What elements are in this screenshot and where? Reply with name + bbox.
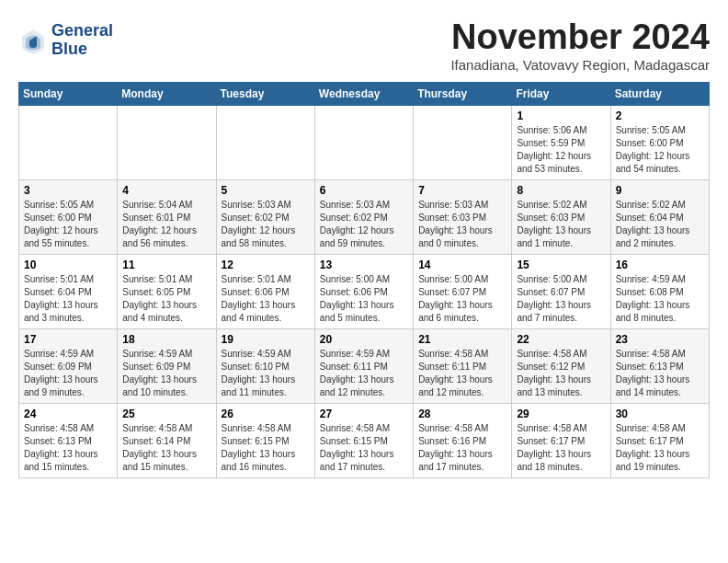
- calendar-week-row: 17Sunrise: 4:59 AM Sunset: 6:09 PM Dayli…: [19, 328, 710, 403]
- calendar-cell: 21Sunrise: 4:58 AM Sunset: 6:11 PM Dayli…: [414, 328, 512, 403]
- day-number: 9: [616, 184, 704, 197]
- calendar-cell: 8Sunrise: 5:02 AM Sunset: 6:03 PM Daylig…: [512, 179, 610, 254]
- calendar-cell: 9Sunrise: 5:02 AM Sunset: 6:04 PM Daylig…: [610, 179, 709, 254]
- calendar-cell: 24Sunrise: 4:58 AM Sunset: 6:13 PM Dayli…: [19, 403, 118, 477]
- day-number: 11: [122, 259, 210, 271]
- calendar-cell: 2Sunrise: 5:05 AM Sunset: 6:00 PM Daylig…: [610, 105, 709, 179]
- calendar-cell: 13Sunrise: 5:00 AM Sunset: 6:06 PM Dayli…: [314, 254, 413, 328]
- day-info: Sunrise: 5:03 AM Sunset: 6:02 PM Dayligh…: [320, 199, 408, 250]
- weekday-header: Wednesday: [314, 82, 413, 105]
- calendar-cell: 26Sunrise: 4:58 AM Sunset: 6:15 PM Dayli…: [216, 403, 314, 477]
- day-number: 1: [517, 109, 605, 122]
- day-number: 27: [320, 408, 408, 420]
- day-info: Sunrise: 4:59 AM Sunset: 6:09 PM Dayligh…: [122, 348, 210, 399]
- calendar-cell: 7Sunrise: 5:03 AM Sunset: 6:03 PM Daylig…: [414, 179, 512, 254]
- calendar-cell: 19Sunrise: 4:59 AM Sunset: 6:10 PM Dayli…: [216, 328, 314, 403]
- day-info: Sunrise: 5:00 AM Sunset: 6:07 PM Dayligh…: [418, 273, 506, 325]
- calendar-week-row: 3Sunrise: 5:05 AM Sunset: 6:00 PM Daylig…: [19, 179, 710, 254]
- day-info: Sunrise: 5:01 AM Sunset: 6:05 PM Dayligh…: [122, 273, 210, 325]
- day-number: 22: [517, 333, 605, 346]
- logo-line2: Blue: [51, 40, 113, 59]
- weekday-header: Friday: [512, 82, 610, 105]
- calendar-table: SundayMondayTuesdayWednesdayThursdayFrid…: [18, 82, 710, 478]
- day-info: Sunrise: 4:58 AM Sunset: 6:17 PM Dayligh…: [616, 422, 704, 474]
- day-info: Sunrise: 4:59 AM Sunset: 6:08 PM Dayligh…: [616, 273, 704, 325]
- day-info: Sunrise: 4:59 AM Sunset: 6:11 PM Dayligh…: [320, 348, 408, 399]
- day-number: 2: [616, 109, 704, 122]
- calendar-cell: 4Sunrise: 5:04 AM Sunset: 6:01 PM Daylig…: [118, 179, 216, 254]
- day-number: 20: [320, 333, 408, 346]
- calendar-cell: 15Sunrise: 5:00 AM Sunset: 6:07 PM Dayli…: [512, 254, 610, 328]
- calendar-week-row: 24Sunrise: 4:58 AM Sunset: 6:13 PM Dayli…: [19, 403, 710, 477]
- calendar-cell: [314, 105, 413, 179]
- day-info: Sunrise: 5:00 AM Sunset: 6:06 PM Dayligh…: [320, 273, 408, 325]
- calendar-cell: 22Sunrise: 4:58 AM Sunset: 6:12 PM Dayli…: [512, 328, 610, 403]
- day-info: Sunrise: 4:59 AM Sunset: 6:10 PM Dayligh…: [222, 348, 310, 399]
- day-info: Sunrise: 4:58 AM Sunset: 6:15 PM Dayligh…: [320, 422, 408, 474]
- calendar-cell: 30Sunrise: 4:58 AM Sunset: 6:17 PM Dayli…: [610, 403, 709, 477]
- calendar-cell: 5Sunrise: 5:03 AM Sunset: 6:02 PM Daylig…: [216, 179, 314, 254]
- calendar-week-row: 10Sunrise: 5:01 AM Sunset: 6:04 PM Dayli…: [19, 254, 710, 328]
- day-info: Sunrise: 4:58 AM Sunset: 6:15 PM Dayligh…: [222, 422, 310, 474]
- month-title: November 2024: [450, 18, 710, 57]
- day-info: Sunrise: 5:06 AM Sunset: 5:59 PM Dayligh…: [517, 124, 605, 176]
- day-number: 7: [418, 184, 506, 197]
- day-info: Sunrise: 4:58 AM Sunset: 6:17 PM Dayligh…: [517, 422, 605, 474]
- day-number: 23: [616, 333, 704, 346]
- day-info: Sunrise: 5:00 AM Sunset: 6:07 PM Dayligh…: [517, 273, 605, 325]
- day-number: 26: [222, 408, 310, 420]
- day-number: 30: [616, 408, 704, 420]
- day-info: Sunrise: 5:03 AM Sunset: 6:03 PM Dayligh…: [418, 199, 506, 250]
- header: General Blue November 2024 Ifanadiana, V…: [18, 18, 710, 73]
- calendar-cell: 18Sunrise: 4:59 AM Sunset: 6:09 PM Dayli…: [118, 328, 216, 403]
- calendar-cell: [414, 105, 512, 179]
- calendar-cell: 14Sunrise: 5:00 AM Sunset: 6:07 PM Dayli…: [414, 254, 512, 328]
- weekday-header: Saturday: [610, 82, 709, 105]
- location-subtitle: Ifanadiana, Vatovavy Region, Madagascar: [450, 57, 710, 73]
- day-number: 3: [24, 184, 112, 197]
- day-info: Sunrise: 4:58 AM Sunset: 6:16 PM Dayligh…: [418, 422, 506, 474]
- day-info: Sunrise: 4:59 AM Sunset: 6:09 PM Dayligh…: [24, 348, 112, 399]
- calendar-cell: 17Sunrise: 4:59 AM Sunset: 6:09 PM Dayli…: [19, 328, 118, 403]
- weekday-header: Thursday: [414, 82, 512, 105]
- day-number: 18: [122, 333, 210, 346]
- day-number: 25: [122, 408, 210, 420]
- day-info: Sunrise: 5:04 AM Sunset: 6:01 PM Dayligh…: [122, 199, 210, 250]
- day-number: 21: [418, 333, 506, 346]
- logo-line1: General: [51, 22, 113, 40]
- day-number: 5: [222, 184, 310, 197]
- day-info: Sunrise: 4:58 AM Sunset: 6:13 PM Dayligh…: [616, 348, 704, 399]
- weekday-header: Sunday: [19, 82, 118, 105]
- calendar-week-row: 1Sunrise: 5:06 AM Sunset: 5:59 PM Daylig…: [19, 105, 710, 179]
- weekday-header: Tuesday: [216, 82, 314, 105]
- logo-icon: [18, 26, 48, 55]
- logo: General Blue: [18, 22, 113, 59]
- day-number: 8: [517, 184, 605, 197]
- day-info: Sunrise: 4:58 AM Sunset: 6:14 PM Dayligh…: [122, 422, 210, 474]
- title-section: November 2024 Ifanadiana, Vatovavy Regio…: [450, 18, 710, 73]
- day-info: Sunrise: 4:58 AM Sunset: 6:12 PM Dayligh…: [517, 348, 605, 399]
- calendar-cell: [19, 105, 118, 179]
- day-info: Sunrise: 4:58 AM Sunset: 6:13 PM Dayligh…: [24, 422, 112, 474]
- day-number: 16: [616, 259, 704, 271]
- calendar-cell: 27Sunrise: 4:58 AM Sunset: 6:15 PM Dayli…: [314, 403, 413, 477]
- day-number: 17: [24, 333, 112, 346]
- calendar-cell: [118, 105, 216, 179]
- calendar-cell: 6Sunrise: 5:03 AM Sunset: 6:02 PM Daylig…: [314, 179, 413, 254]
- weekday-header: Monday: [118, 82, 216, 105]
- day-number: 13: [320, 259, 408, 271]
- day-number: 10: [24, 259, 112, 271]
- day-number: 28: [418, 408, 506, 420]
- calendar-cell: 11Sunrise: 5:01 AM Sunset: 6:05 PM Dayli…: [118, 254, 216, 328]
- day-info: Sunrise: 5:01 AM Sunset: 6:04 PM Dayligh…: [24, 273, 112, 325]
- calendar-cell: 29Sunrise: 4:58 AM Sunset: 6:17 PM Dayli…: [512, 403, 610, 477]
- day-info: Sunrise: 5:01 AM Sunset: 6:06 PM Dayligh…: [222, 273, 310, 325]
- day-info: Sunrise: 5:02 AM Sunset: 6:03 PM Dayligh…: [517, 199, 605, 250]
- calendar-cell: 16Sunrise: 4:59 AM Sunset: 6:08 PM Dayli…: [610, 254, 709, 328]
- day-number: 15: [517, 259, 605, 271]
- weekday-header-row: SundayMondayTuesdayWednesdayThursdayFrid…: [19, 82, 710, 105]
- day-number: 12: [222, 259, 310, 271]
- day-number: 14: [418, 259, 506, 271]
- day-info: Sunrise: 4:58 AM Sunset: 6:11 PM Dayligh…: [418, 348, 506, 399]
- calendar-cell: 23Sunrise: 4:58 AM Sunset: 6:13 PM Dayli…: [610, 328, 709, 403]
